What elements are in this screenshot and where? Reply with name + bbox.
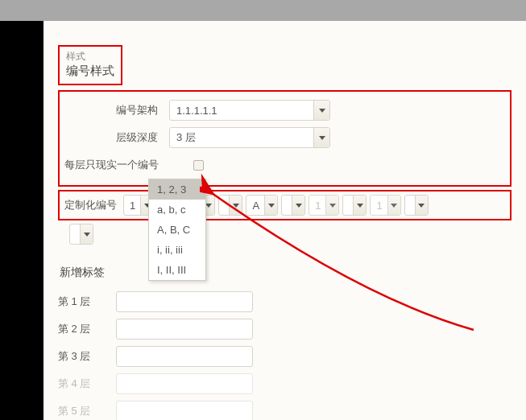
level-2-input[interactable]	[116, 319, 253, 340]
custom-label: 定制化编号	[64, 198, 117, 212]
depth-select[interactable]: 3 层	[169, 127, 330, 148]
dropdown-item[interactable]: A, B, C	[149, 220, 205, 240]
dropdown-item[interactable]: i, ii, iii	[149, 240, 205, 260]
chevron-down-icon	[313, 101, 329, 120]
custom-sep-5[interactable]	[404, 195, 429, 216]
title-box: 样式 编号样式	[58, 45, 122, 85]
dropdown-item[interactable]: a, b, c	[149, 200, 205, 220]
single-checkbox[interactable]	[193, 160, 204, 171]
level-4-input	[116, 373, 253, 394]
title-big: 编号样式	[66, 64, 114, 79]
dropdown-item[interactable]: I, II, III	[149, 260, 205, 280]
chevron-down-icon	[415, 196, 428, 215]
custom-sep-2[interactable]	[218, 195, 242, 216]
chevron-down-icon	[325, 196, 338, 215]
level-1-input[interactable]	[116, 291, 253, 312]
level-2-label: 第 2 层	[58, 322, 116, 336]
level-1-label: 第 1 层	[58, 294, 116, 309]
custom-slot-3[interactable]: A	[246, 195, 278, 216]
level-3-label: 第 3 层	[58, 349, 116, 364]
arch-select[interactable]: 1.1.1.1.1	[169, 100, 330, 121]
chevron-down-icon	[80, 224, 93, 244]
level-5-label: 第 5 层	[58, 404, 116, 418]
arch-label: 编号架构	[63, 103, 169, 117]
level-4-label: 第 4 层	[58, 377, 116, 391]
custom-slot-4[interactable]: 1	[309, 195, 339, 216]
title-small: 样式	[66, 50, 114, 64]
depth-label: 层级深度	[63, 130, 169, 145]
level-3-input[interactable]	[116, 346, 253, 367]
tags-title: 新增标签	[60, 266, 512, 280]
custom-slot-5[interactable]: 1	[370, 195, 400, 216]
chevron-down-icon	[313, 128, 329, 147]
numbering-dropdown: 1, 2, 3 a, b, c A, B, C i, ii, iii I, II…	[148, 179, 206, 281]
dropdown-item[interactable]: 1, 2, 3	[149, 179, 205, 200]
chevron-down-icon	[264, 196, 277, 215]
single-label: 每层只现实一个编号	[63, 158, 193, 172]
level-5-input	[116, 401, 253, 420]
settings-panel: 样式 编号样式 编号架构 1.1.1.1.1 层级深度 3 层 每层只现实一个编…	[43, 21, 526, 420]
numbering-settings-box: 编号架构 1.1.1.1.1 层级深度 3 层 每层只现实一个编号	[58, 90, 512, 187]
chevron-down-icon	[292, 196, 304, 215]
chevron-down-icon	[387, 196, 400, 215]
custom-sep-4[interactable]	[342, 195, 367, 216]
custom-numbering-box: 定制化编号 1 a A 1 1	[58, 190, 512, 220]
extra-select[interactable]	[69, 224, 93, 245]
chevron-down-icon	[353, 196, 366, 215]
custom-sep-3[interactable]	[281, 195, 305, 216]
chevron-down-icon	[229, 196, 242, 215]
